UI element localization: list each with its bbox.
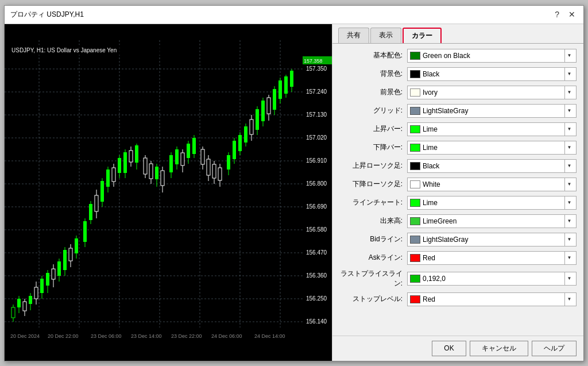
svg-text:20 Dec 22:00: 20 Dec 22:00 [48, 333, 79, 339]
setting-row-koka: 下降バー:Lime▼ [339, 140, 577, 155]
value-grid: LightSlateGray [423, 107, 562, 115]
svg-rect-108 [212, 164, 216, 178]
label-koka: 下降バー: [339, 142, 403, 152]
svg-text:23 Dec 06:00: 23 Dec 06:00 [91, 333, 122, 339]
dropdown-arrow-ask[interactable]: ▼ [564, 252, 574, 264]
svg-rect-84 [135, 145, 138, 163]
control-koka_candle[interactable]: White▼ [407, 178, 577, 191]
control-zenkei[interactable]: Ivory▼ [407, 86, 577, 99]
tab-color[interactable]: カラー [403, 28, 442, 43]
control-kihon[interactable]: Green on Black▼ [407, 49, 577, 63]
label-dekirudaka: 出来高: [339, 216, 403, 226]
setting-row-josho: 上昇バー:Lime▼ [339, 122, 577, 137]
label-ask: Askライン: [339, 253, 403, 263]
svg-rect-62 [69, 248, 72, 261]
dropdown-arrow-bid[interactable]: ▼ [564, 233, 574, 246]
help-button[interactable]: ? [552, 10, 562, 19]
close-button[interactable]: ✕ [566, 10, 578, 19]
svg-rect-106 [207, 159, 210, 175]
svg-text:157.130: 157.130 [306, 111, 327, 118]
setting-row-kihon: 基本配色:Green on Black▼ [339, 48, 577, 63]
value-josho: Lime [423, 125, 562, 133]
label-haikei: 背景色: [339, 69, 403, 79]
svg-rect-116 [238, 135, 242, 151]
cancel-button[interactable]: キャンセル [470, 341, 528, 356]
svg-rect-50 [34, 287, 38, 299]
value-dekirudaka: LimeGreen [423, 217, 562, 225]
swatch-josho_candle [410, 162, 420, 170]
ok-button[interactable]: OK [432, 341, 466, 356]
tab-hyoji[interactable]: 表示 [370, 28, 401, 43]
value-koka_candle: White [423, 180, 562, 188]
svg-rect-112 [227, 155, 230, 169]
control-koka[interactable]: Lime▼ [407, 141, 577, 155]
label-josho: 上昇バー: [339, 124, 403, 134]
svg-rect-82 [129, 151, 133, 162]
dropdown-arrow-dekirudaka[interactable]: ▼ [564, 215, 574, 228]
value-ask: Red [423, 254, 562, 262]
control-haikei[interactable]: Black▼ [407, 67, 577, 81]
control-josho[interactable]: Lime▼ [407, 122, 577, 136]
dropdown-arrow-last_price[interactable]: ▼ [564, 272, 574, 285]
svg-rect-48 [29, 296, 32, 304]
svg-rect-118 [244, 126, 247, 142]
svg-text:24 Dec 14:00: 24 Dec 14:00 [254, 333, 285, 339]
control-bid[interactable]: LightSlateGray▼ [407, 233, 577, 246]
svg-rect-70 [95, 195, 98, 211]
dropdown-arrow-koka_candle[interactable]: ▼ [564, 178, 574, 191]
value-stop: Red [423, 295, 562, 303]
control-ask[interactable]: Red▼ [407, 251, 577, 265]
title-bar: プロパティ USDJPY,H1 ? ✕ [5, 6, 583, 24]
dropdown-arrow-josho_candle[interactable]: ▼ [564, 160, 574, 172]
setting-row-dekirudaka: 出来高:LimeGreen▼ [339, 214, 577, 229]
label-koka_candle: 下降ローソク足: [339, 179, 403, 189]
setting-row-grid: グリッド:LightSlateGray▼ [339, 103, 577, 118]
control-grid[interactable]: LightSlateGray▼ [407, 104, 577, 118]
label-stop: ストップレベル: [339, 294, 403, 304]
swatch-stop [410, 295, 420, 303]
control-last_price[interactable]: 0,192,0▼ [407, 272, 577, 286]
svg-rect-44 [17, 299, 21, 307]
svg-text:23 Dec 22:00: 23 Dec 22:00 [171, 333, 202, 339]
setting-row-stop: ストップレベル:Red▼ [339, 292, 577, 307]
dropdown-arrow-kihon[interactable]: ▼ [564, 49, 574, 62]
control-stop[interactable]: Red▼ [407, 292, 577, 306]
value-last_price: 0,192,0 [423, 275, 562, 283]
dropdown-arrow-grid[interactable]: ▼ [564, 105, 574, 117]
right-panel: 共有 表示 カラー 基本配色:Green on Black▼背景色:Black▼… [332, 24, 583, 361]
svg-rect-60 [63, 250, 67, 270]
dropdown-arrow-haikei[interactable]: ▼ [564, 68, 574, 80]
svg-rect-0 [5, 40, 332, 345]
svg-rect-66 [83, 221, 87, 242]
dialog: プロパティ USDJPY,H1 ? ✕ [4, 5, 584, 361]
svg-rect-64 [75, 238, 78, 253]
swatch-bid [410, 236, 420, 244]
dropdown-arrow-josho[interactable]: ▼ [564, 123, 574, 136]
help-button-footer[interactable]: ヘルプ [532, 341, 577, 356]
value-haikei: Black [423, 70, 562, 78]
svg-text:157.350: 157.350 [306, 66, 327, 72]
svg-text:156.470: 156.470 [306, 249, 327, 256]
label-josho_candle: 上昇ローソク足: [339, 161, 403, 171]
swatch-grid [410, 107, 420, 115]
label-bid: Bidライン: [339, 234, 403, 244]
svg-rect-120 [250, 120, 253, 134]
svg-rect-42 [11, 307, 15, 318]
tab-kyoyu[interactable]: 共有 [338, 28, 369, 43]
svg-rect-98 [181, 153, 184, 165]
dropdown-arrow-zenkei[interactable]: ▼ [564, 86, 574, 99]
svg-rect-96 [175, 149, 179, 164]
control-josho_candle[interactable]: Black▼ [407, 159, 577, 173]
svg-rect-78 [118, 158, 121, 173]
title-controls: ? ✕ [552, 10, 578, 19]
chart-panel: 157.350 157.240 157.130 157.020 156.910 … [5, 24, 332, 361]
svg-text:157.020: 157.020 [306, 134, 327, 141]
setting-row-haikei: 背景色:Black▼ [339, 67, 577, 82]
dropdown-arrow-koka[interactable]: ▼ [564, 141, 574, 154]
dropdown-arrow-line_chart[interactable]: ▼ [564, 197, 574, 209]
dropdown-arrow-stop[interactable]: ▼ [564, 293, 574, 306]
svg-rect-58 [57, 261, 61, 276]
control-dekirudaka[interactable]: LimeGreen▼ [407, 214, 577, 228]
control-line_chart[interactable]: Lime▼ [407, 196, 577, 210]
svg-text:156.580: 156.580 [306, 226, 327, 233]
